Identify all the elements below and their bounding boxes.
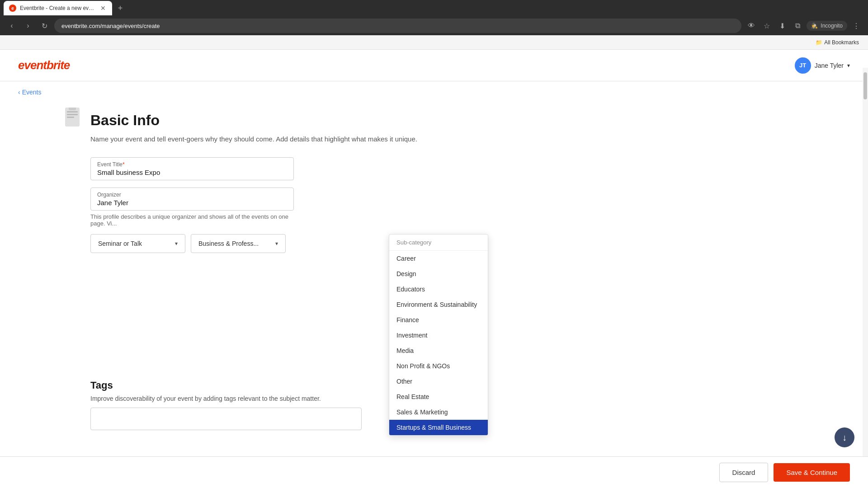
format-chevron-icon: ▾ bbox=[175, 240, 178, 247]
avatar: JT bbox=[795, 57, 811, 74]
dropdown-item-media[interactable]: Media bbox=[389, 343, 488, 358]
section-title: Basic Info bbox=[90, 112, 778, 129]
eb-header: eventbrite JT Jane Tyler ▾ bbox=[0, 50, 868, 81]
forward-button[interactable]: › bbox=[22, 19, 34, 32]
user-menu[interactable]: JT Jane Tyler ▾ bbox=[795, 57, 850, 74]
discard-button[interactable]: Discard bbox=[719, 463, 769, 482]
browser-chrome: e Eventbrite - Create a new ever... ✕ + … bbox=[0, 0, 868, 50]
back-button[interactable]: ‹ bbox=[5, 19, 18, 32]
dropdown-item-other[interactable]: Other bbox=[389, 374, 488, 389]
format-dropdown[interactable]: Seminar or Talk ▾ bbox=[90, 234, 185, 253]
event-title-field[interactable]: Event Title* Small business Expo bbox=[90, 157, 294, 180]
new-tab-button[interactable]: + bbox=[114, 2, 127, 14]
breadcrumb: ‹ Events bbox=[0, 81, 868, 103]
tab-bar: e Eventbrite - Create a new ever... ✕ + bbox=[0, 0, 868, 16]
required-indicator: * bbox=[123, 161, 125, 168]
svg-rect-1 bbox=[67, 111, 78, 113]
save-continue-button[interactable]: Save & Continue bbox=[774, 463, 850, 482]
address-bar: ‹ › ↻ 👁 ☆ ⬇ ⧉ 🕵 Incognito ⋮ bbox=[0, 16, 868, 35]
dropdown-item-investment[interactable]: Investment bbox=[389, 328, 488, 343]
dropdown-header: Sub-category bbox=[389, 235, 488, 251]
scrollbar[interactable] bbox=[863, 68, 868, 465]
scrollbar-thumb[interactable] bbox=[863, 72, 867, 99]
dropdown-item-nonprofit[interactable]: Non Profit & NGOs bbox=[389, 358, 488, 374]
event-title-group: Event Title* Small business Expo bbox=[90, 157, 778, 180]
category-dropdown[interactable]: Business & Profess... ▾ bbox=[191, 234, 286, 253]
form-icon bbox=[63, 108, 81, 132]
menu-icon[interactable]: ⋮ bbox=[850, 19, 863, 32]
breadcrumb-link[interactable]: ‹ Events bbox=[18, 89, 41, 96]
category-chevron-icon: ▾ bbox=[275, 240, 278, 247]
dropdown-item-educators[interactable]: Educators bbox=[389, 282, 488, 297]
organizer-field[interactable]: Organizer Jane Tyler bbox=[90, 188, 294, 211]
svg-rect-4 bbox=[69, 108, 76, 110]
bookmarks-label: All Bookmarks bbox=[824, 39, 859, 46]
bookmarks-folder[interactable]: 📁 All Bookmarks bbox=[812, 38, 863, 47]
breadcrumb-text: Events bbox=[22, 89, 42, 96]
section-desc: Name your event and tell event-goers why… bbox=[90, 134, 778, 145]
chevron-left-icon: ‹ bbox=[18, 89, 20, 96]
tab-favicon: e bbox=[9, 5, 16, 12]
action-bar: Discard Save & Continue bbox=[0, 456, 868, 488]
address-input[interactable] bbox=[54, 19, 741, 33]
dropdown-item-environment[interactable]: Environment & Sustainability bbox=[389, 297, 488, 312]
folder-icon: 📁 bbox=[816, 39, 822, 46]
tab-close-button[interactable]: ✕ bbox=[99, 5, 107, 12]
category-dropdown-label: Business & Profess... bbox=[198, 240, 259, 247]
incognito-label: Incognito bbox=[821, 23, 843, 29]
dropdown-item-finance[interactable]: Finance bbox=[389, 312, 488, 328]
svg-rect-3 bbox=[67, 117, 74, 118]
dropdown-item-startups[interactable]: Startups & Small Business bbox=[389, 420, 488, 435]
event-title-value: Small business Expo bbox=[97, 169, 287, 176]
format-dropdown-label: Seminar or Talk bbox=[98, 240, 142, 247]
main-content: Basic Info Name your event and tell even… bbox=[0, 103, 868, 475]
incognito-icon: 🕵 bbox=[811, 23, 818, 29]
tab-title: Eventbrite - Create a new ever... bbox=[20, 5, 96, 11]
dropdown-item-design[interactable]: Design bbox=[389, 266, 488, 282]
bookmarks-bar: 📁 All Bookmarks bbox=[0, 35, 868, 50]
organizer-note: This profile describes a unique organize… bbox=[90, 213, 294, 227]
extensions-icon[interactable]: ⧉ bbox=[791, 19, 804, 32]
event-title-label: Event Title* bbox=[97, 161, 287, 168]
eyeoff-icon[interactable]: 👁 bbox=[745, 19, 758, 32]
download-icon[interactable]: ⬇ bbox=[776, 19, 788, 32]
incognito-badge[interactable]: 🕵 Incognito bbox=[807, 21, 847, 31]
dropdown-item-sales[interactable]: Sales & Marketing bbox=[389, 404, 488, 420]
star-icon[interactable]: ☆ bbox=[760, 19, 773, 32]
browser-tab[interactable]: e Eventbrite - Create a new ever... ✕ bbox=[4, 1, 112, 15]
page-content: eventbrite JT Jane Tyler ▾ ‹ Events Basi… bbox=[0, 50, 868, 475]
chevron-down-icon: ▾ bbox=[847, 62, 850, 69]
dropdown-item-career[interactable]: Career bbox=[389, 251, 488, 266]
tags-input[interactable] bbox=[90, 408, 362, 430]
organizer-value: Jane Tyler bbox=[97, 199, 287, 206]
organizer-group: Organizer Jane Tyler This profile descri… bbox=[90, 188, 778, 227]
eventbrite-logo: eventbrite bbox=[18, 58, 70, 72]
subcategory-dropdown-menu: Sub-category Career Design Educators Env… bbox=[389, 234, 488, 436]
organizer-label: Organizer bbox=[97, 192, 287, 198]
svg-rect-2 bbox=[67, 114, 78, 115]
refresh-button[interactable]: ↻ bbox=[38, 19, 51, 32]
address-actions: 👁 ☆ ⬇ ⧉ 🕵 Incognito ⋮ bbox=[745, 19, 863, 32]
scroll-down-button[interactable]: ↓ bbox=[835, 427, 854, 447]
username-label: Jane Tyler bbox=[815, 62, 844, 69]
dropdown-item-realestate[interactable]: Real Estate bbox=[389, 389, 488, 404]
